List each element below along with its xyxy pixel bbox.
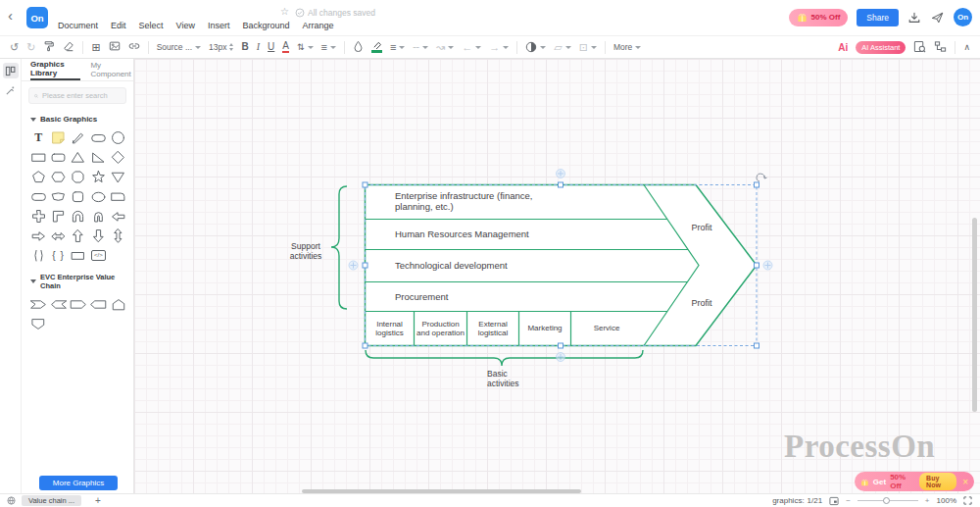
line-spacing-select[interactable]: ⇅ (297, 43, 314, 52)
shape-star[interactable] (89, 168, 108, 185)
font-color-button[interactable]: A (282, 41, 289, 53)
shape-pencil[interactable] (69, 128, 87, 146)
page-tab-value-chain[interactable]: Value chain ... (22, 495, 81, 506)
collapse-toolbar-icon[interactable]: ∧ (963, 43, 970, 52)
shape-rect-small[interactable] (69, 246, 87, 264)
underline-button[interactable]: U (268, 42, 274, 52)
search-input[interactable] (42, 91, 121, 100)
layout-grid-select[interactable]: ⊡ (579, 42, 597, 53)
shape-arrow-right[interactable] (29, 227, 48, 244)
cell-external-logistical[interactable]: External logistical (467, 312, 518, 345)
menu-edit[interactable]: Edit (111, 21, 126, 30)
menu-insert[interactable]: Insert (208, 21, 230, 30)
redo-icon[interactable]: ↻ (26, 42, 35, 53)
shape-rounded-band[interactable] (29, 187, 48, 205)
italic-button[interactable]: I (257, 42, 260, 52)
shape-snip-corner-rect[interactable] (109, 187, 127, 205)
arrow-end-select[interactable]: → (489, 42, 509, 53)
connector-style-select[interactable]: ↝ (436, 42, 454, 53)
section-evc[interactable]: EVC Enterprise Value Chain (22, 268, 133, 293)
shape-pentagon-down[interactable] (29, 315, 48, 332)
clear-format-icon[interactable] (63, 40, 74, 54)
zoom-out-button[interactable]: − (846, 496, 851, 505)
row-human-resources[interactable]: Human Resources Management (395, 228, 630, 239)
shape-right-triangle[interactable] (89, 148, 108, 166)
shape-arrow-double-horizontal[interactable] (49, 227, 68, 244)
shape-style-select[interactable]: ▱ (554, 42, 570, 53)
section-basic-graphics[interactable]: Basic Graphics (22, 110, 133, 127)
menu-background[interactable]: Background (242, 21, 289, 30)
shape-inverted-triangle[interactable] (109, 168, 127, 185)
account-avatar[interactable]: On (954, 8, 972, 26)
row-enterprise-infrastructure[interactable]: Enterprise infrastructure (finance, plan… (395, 190, 569, 212)
shape-banner-right[interactable] (29, 295, 48, 313)
undo-icon[interactable]: ↺ (10, 42, 19, 53)
buy-now-button[interactable]: Buy Now (919, 473, 956, 490)
row-procurement[interactable]: Procurement (395, 291, 630, 302)
shape-arrow-up[interactable] (69, 227, 87, 244)
shape-circle[interactable] (109, 128, 127, 146)
shape-arch[interactable] (69, 207, 87, 225)
shape-pentagon-up[interactable] (109, 295, 127, 313)
font-size-select[interactable]: 13px (209, 42, 233, 52)
menu-document[interactable]: Document (58, 21, 98, 30)
back-button[interactable]: ‹ (8, 7, 13, 24)
minimap-icon[interactable] (829, 496, 839, 506)
shape-stadium[interactable] (89, 128, 108, 146)
line-width-select[interactable]: ≡ (390, 42, 405, 53)
insert-table-icon[interactable]: ⊞ (91, 42, 100, 53)
profit-bottom-label[interactable]: Profit (678, 298, 725, 309)
beautify-icon[interactable] (3, 82, 19, 98)
send-icon[interactable] (930, 11, 945, 25)
shape-pentagon-right[interactable] (69, 295, 87, 313)
shape-braces[interactable]: { } (49, 246, 68, 264)
zoom-level[interactable]: 100% (937, 496, 956, 505)
shape-arch-narrow[interactable] (89, 207, 108, 225)
shape-hexagon[interactable] (49, 168, 68, 185)
page-style-icon[interactable] (7, 496, 16, 505)
theme-select[interactable] (525, 41, 546, 53)
flowchart-mode-icon[interactable] (934, 40, 947, 55)
menu-arrange[interactable]: Arrange (302, 21, 333, 30)
shape-diamond[interactable] (109, 148, 127, 166)
shape-curved-trapezoid[interactable] (49, 187, 68, 205)
find-replace-icon[interactable] (913, 40, 926, 55)
shape-oval[interactable] (89, 187, 108, 205)
insert-link-icon[interactable] (128, 40, 140, 54)
shape-rectangle[interactable] (29, 148, 48, 166)
row-technological-development[interactable]: Technological development (395, 260, 630, 271)
shapes-panel-icon[interactable] (3, 63, 19, 78)
shape-sticky-note[interactable] (49, 128, 68, 146)
align-select[interactable]: ≡ (321, 42, 336, 53)
support-brace[interactable] (331, 186, 347, 309)
shape-arrow-left[interactable] (109, 207, 127, 225)
vertical-scrollbar[interactable] (972, 218, 977, 412)
promo-banner[interactable]: Get 50% Off Buy Now × (855, 472, 974, 491)
shape-search-box[interactable] (28, 87, 126, 104)
share-button[interactable]: Share (857, 9, 899, 26)
zoom-slider[interactable] (858, 497, 918, 505)
shape-text[interactable]: T (29, 128, 48, 146)
tab-my-component[interactable]: My Component (90, 59, 133, 80)
shape-code-block[interactable]: </> (89, 246, 108, 264)
favorite-star-icon[interactable]: ☆ (280, 6, 289, 17)
fullscreen-icon[interactable] (963, 496, 972, 505)
app-logo[interactable]: On (26, 7, 48, 28)
basic-activities-label[interactable]: Basic activities (487, 369, 530, 388)
download-icon[interactable] (907, 11, 921, 25)
shape-chevron-left[interactable] (49, 295, 68, 313)
discount-badge[interactable]: 50% Off (789, 9, 849, 26)
cell-internal-logistics[interactable]: Internal logistics (366, 312, 414, 345)
bold-button[interactable]: B (241, 42, 248, 52)
shape-rounded-square[interactable] (69, 187, 87, 205)
support-activities-label[interactable]: Support activities (282, 241, 329, 261)
cell-production-operation[interactable]: Production and operation (415, 312, 466, 345)
cell-marketing[interactable]: Marketing (519, 312, 570, 345)
menu-view[interactable]: View (176, 21, 195, 30)
shape-cross[interactable] (29, 207, 48, 225)
shape-triangle[interactable] (69, 148, 87, 166)
zoom-slider-knob[interactable] (883, 497, 890, 504)
basic-brace[interactable] (366, 350, 643, 366)
tab-graphics-library[interactable]: Graphics Library (30, 59, 80, 80)
arrow-start-select[interactable]: ← (462, 42, 481, 53)
